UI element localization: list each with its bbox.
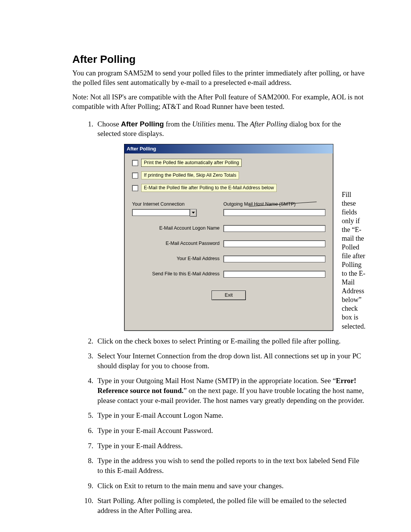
step-5: Type in your E-mail Account Logon Name. [95, 411, 365, 420]
exit-button[interactable]: Exit [212, 291, 246, 300]
checkbox-skip-zero-label: If printing the Polled file, Skip All Ze… [141, 171, 239, 179]
step1-mid: from the [164, 120, 192, 128]
checkbox-email-after[interactable] [132, 185, 138, 191]
step-8: Type in the address you wish to send the… [95, 456, 365, 475]
label-logon-name: E-Mail Account Logon Name [159, 225, 220, 232]
label-internet-connection: Your Internet Connection [132, 201, 208, 208]
label-your-email: Your E-Mail Address [177, 256, 220, 262]
your-email-input[interactable] [223, 256, 325, 262]
section-heading: After Polling [72, 53, 365, 66]
callout-line [249, 201, 317, 208]
checkbox-skip-zero[interactable] [132, 173, 138, 179]
checkbox-print-auto-label: Print the Polled file automatically afte… [141, 159, 242, 167]
step-9: Click on Exit to return to the main menu… [95, 481, 365, 491]
step4-a: Type in your Outgoing Mail Host Name (SM… [97, 377, 336, 385]
dialog-titlebar: After Polling [124, 144, 333, 153]
checkbox-print-auto[interactable] [132, 160, 138, 166]
step-2: Click on the check boxes to select Print… [95, 336, 365, 346]
smtp-input[interactable] [223, 209, 325, 216]
step1-italic1: Utilities [192, 120, 215, 128]
password-input[interactable] [223, 240, 325, 247]
label-send-to: Send File to this E-Mail Address [152, 271, 220, 277]
step-3: Select Your Internet Connection from the… [95, 351, 365, 371]
checkbox-email-after-label: E-Mail the Polled file after Polling to … [141, 184, 277, 192]
step1-italic2: After Polling [250, 120, 288, 128]
steps-list: Choose After Polling from the Utilities … [72, 119, 365, 516]
step1-mid2: menu. The [215, 120, 250, 128]
step-4: Type in your Outgoing Mail Host Name (SM… [95, 376, 365, 405]
annotation-text: Fill these fields only if the “E-mail th… [342, 144, 365, 331]
step-7: Type in your E-mail Address. [95, 441, 365, 451]
logon-name-input[interactable] [223, 225, 325, 232]
intro-paragraph-1: You can program SAM52M to send your poll… [72, 69, 365, 87]
step1-pre: Choose [97, 120, 121, 128]
step-1: Choose After Polling from the Utilities … [95, 119, 365, 331]
label-password: E-Mail Account Password [166, 240, 220, 247]
after-polling-dialog: After Polling Print the Polled file auto… [124, 144, 333, 331]
step1-bold: After Polling [121, 120, 164, 128]
step-10: Start Polling. After polling is complete… [95, 496, 365, 515]
internet-connection-select[interactable] [132, 209, 190, 216]
send-to-email-input[interactable] [223, 271, 325, 278]
intro-paragraph-2: Note: Not all ISP's are compatible with … [72, 93, 365, 111]
svg-line-0 [249, 202, 317, 206]
chevron-down-icon [192, 212, 195, 214]
step-6: Type in your E-mail Account Password. [95, 426, 365, 436]
internet-connection-dropdown-button[interactable] [190, 209, 197, 217]
